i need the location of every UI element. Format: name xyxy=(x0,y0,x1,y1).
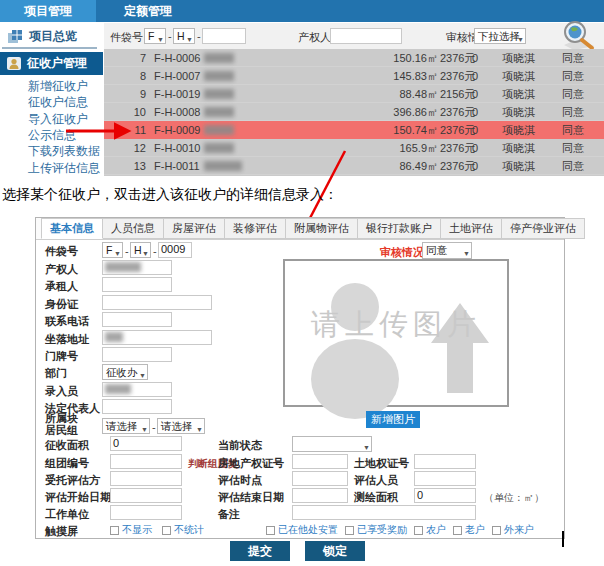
redacted-text xyxy=(105,262,141,272)
tenant-input[interactable] xyxy=(102,277,172,292)
redacted-text xyxy=(105,384,131,394)
checkbox-no-count[interactable]: 不统计 xyxy=(162,523,204,537)
upload-placeholder-text: 请上传图片 xyxy=(285,305,507,345)
filter-seg2-select[interactable]: H xyxy=(173,28,195,44)
sidebar-item-upload-eval[interactable]: 上传评估信息 xyxy=(28,160,100,177)
file-number-input[interactable]: 0009 xyxy=(158,242,192,258)
recorder-label: 录入员 xyxy=(45,385,78,398)
redacted-name xyxy=(204,89,234,99)
resident-group-select[interactable]: 请选择 xyxy=(157,418,205,434)
sidebar-section-label: 征收户管理 xyxy=(27,55,87,72)
filter-file-no-label: 件袋号 xyxy=(110,30,143,45)
entrusted-appraiser-input[interactable] xyxy=(110,471,182,486)
filter-file-no-input[interactable] xyxy=(202,28,246,44)
nav-tab-quota-management[interactable]: 定额管理 xyxy=(96,0,200,22)
form-tab-business-halt-eval[interactable]: 停产停业评估 xyxy=(502,218,585,239)
current-status-select[interactable] xyxy=(292,436,372,452)
photo-upload-area[interactable]: 请上传图片 xyxy=(283,259,509,407)
form-tab-basic-info[interactable]: 基本信息 xyxy=(41,218,103,239)
eval-time-input[interactable] xyxy=(292,471,348,486)
file-seg1-select[interactable]: F xyxy=(102,242,123,258)
remark-label: 备注 xyxy=(218,508,240,521)
address-input[interactable] xyxy=(102,330,212,345)
block-select[interactable]: 请选择 xyxy=(102,418,150,434)
dept-select[interactable]: 征收办 xyxy=(102,364,148,380)
submit-button[interactable]: 提交 xyxy=(230,541,290,561)
id-card-input[interactable] xyxy=(102,295,212,310)
checkbox-resettled-elsewhere[interactable]: 已在他处安置 xyxy=(266,523,338,537)
dash-separator: - xyxy=(152,421,156,433)
remark-input[interactable] xyxy=(292,505,476,520)
tenant-label: 承租人 xyxy=(45,280,78,293)
filter-owner-label: 产权人 xyxy=(298,30,331,45)
redacted-name xyxy=(204,107,234,117)
form-tab-personnel-info[interactable]: 人员信息 xyxy=(103,218,164,239)
top-nav: 项目管理 定额管理 xyxy=(0,0,604,22)
recorder-input[interactable] xyxy=(102,382,172,397)
audit-status-label: 审核情况 xyxy=(380,246,424,259)
address-label: 坐落地址 xyxy=(45,333,89,346)
table-row[interactable]: 9F-H-0019 88.48㎡2156元 0项晓淇 同意 xyxy=(104,85,604,103)
sidebar-section-expropriation[interactable]: 征收户管理 xyxy=(0,52,103,75)
add-image-button[interactable]: 新增图片 xyxy=(366,411,420,428)
filter-owner-input[interactable] xyxy=(330,28,402,44)
land-cert-input[interactable] xyxy=(414,454,476,469)
entrusted-appraiser-label: 受托评估方 xyxy=(45,474,100,487)
sidebar-item-project-overview[interactable]: 项目总览 xyxy=(8,28,77,45)
file-bag-label: 件袋号 xyxy=(45,245,78,258)
block-label-line2: 居民组 xyxy=(45,424,78,437)
table-row[interactable]: 8F-H-0007 145.83㎡2376元 0项晓淇 同意 xyxy=(104,67,604,85)
form-tab-attachment-eval[interactable]: 附属物评估 xyxy=(286,218,358,239)
checkbox-reward-received[interactable]: 已享受奖励 xyxy=(345,523,407,537)
app-window: 项目管理 定额管理 项目总览 征收户管理 新增征收户 征收户信息 导入征收户 公… xyxy=(0,0,604,566)
current-status-label: 当前状态 xyxy=(218,439,262,452)
eval-end-date-input[interactable] xyxy=(292,488,348,503)
form-tab-land-eval[interactable]: 土地评估 xyxy=(441,218,502,239)
house-no-label: 门牌号 xyxy=(45,350,78,363)
survey-area-input[interactable]: 0 xyxy=(414,488,476,503)
filter-review-select[interactable]: 下拉选择 xyxy=(474,28,526,44)
table-row-selected[interactable]: 11F-H-0009 150.74㎡2376元 0项晓淇 同意 xyxy=(104,121,604,139)
phone-input[interactable] xyxy=(102,312,172,327)
table-row[interactable]: 10F-H-0008 396.86㎡2376元 0项晓淇 同意 xyxy=(104,103,604,121)
sidebar-overview-label: 项目总览 xyxy=(29,28,77,45)
owner-label: 产权人 xyxy=(45,263,78,276)
sidebar-item-download-list[interactable]: 下载列表数据 xyxy=(28,143,100,160)
sidebar-item-add-household[interactable]: 新增征收户 xyxy=(28,78,88,95)
form-tab-bar: 基本信息 人员信息 房屋评估 装修评估 附属物评估 银行打款账户 土地评估 停产… xyxy=(36,218,564,240)
checkbox-hide[interactable]: 不显示 xyxy=(110,523,152,537)
eval-person-input[interactable] xyxy=(414,471,476,486)
house-no-input[interactable] xyxy=(102,347,172,362)
work-unit-input[interactable] xyxy=(110,505,182,520)
nav-tab-project-management[interactable]: 项目管理 xyxy=(0,0,96,22)
expropriation-area-input[interactable]: 0 xyxy=(110,436,182,451)
redacted-name xyxy=(204,161,242,171)
household-badge-icon xyxy=(7,57,21,70)
checkbox-old-household[interactable]: 老户 xyxy=(453,523,485,537)
checkbox-farmer[interactable]: 农户 xyxy=(414,523,446,537)
touchscreen-label: 触摸屏 xyxy=(45,525,78,538)
audit-status-select[interactable]: 同意 xyxy=(422,242,472,259)
redacted-name xyxy=(204,143,234,153)
work-unit-label: 工作单位 xyxy=(45,508,89,521)
group-number-input[interactable] xyxy=(110,454,182,469)
eval-end-date-label: 评估结束日期 xyxy=(218,491,284,504)
search-icon[interactable] xyxy=(560,19,600,51)
eval-start-date-input[interactable] xyxy=(110,488,182,503)
unit-note: （单位：㎡） xyxy=(484,491,544,505)
land-cert-label: 土地权证号 xyxy=(354,457,409,470)
file-seg2-select[interactable]: H xyxy=(130,242,151,258)
checkbox-outsider[interactable]: 外来户 xyxy=(492,523,534,537)
estate-cert-input[interactable] xyxy=(292,454,348,469)
sidebar-item-household-info[interactable]: 征收户信息 xyxy=(28,94,88,111)
table-row[interactable]: 7F-H-0006 150.16㎡2376元 0项晓淇 同意 xyxy=(104,49,604,67)
form-tab-decoration-eval[interactable]: 装修评估 xyxy=(225,218,286,239)
redacted-name xyxy=(204,125,234,135)
legal-rep-input[interactable] xyxy=(102,399,172,414)
owner-input[interactable] xyxy=(102,260,172,275)
form-tab-bank-account[interactable]: 银行打款账户 xyxy=(358,218,441,239)
lock-button[interactable]: 锁定 xyxy=(305,541,365,561)
eval-person-label: 评估人员 xyxy=(354,474,398,487)
filter-seg1-select[interactable]: F xyxy=(144,28,166,44)
form-tab-house-eval[interactable]: 房屋评估 xyxy=(164,218,225,239)
